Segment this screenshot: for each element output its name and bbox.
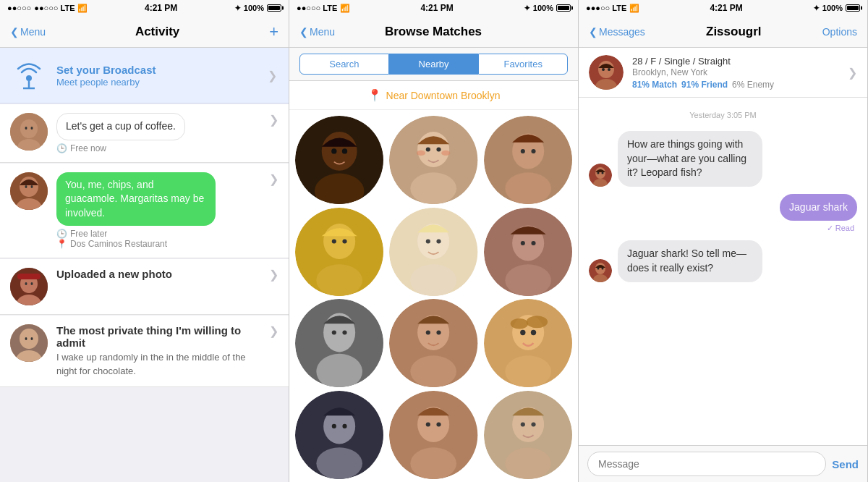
svg-point-72 bbox=[520, 330, 525, 335]
svg-point-23 bbox=[31, 337, 33, 340]
battery-label: 100% bbox=[244, 4, 264, 12]
nav-bar-3: ❮ Messages Zissougrl Options bbox=[579, 16, 867, 48]
svg-point-65 bbox=[437, 330, 441, 334]
broadcast-title: Set your Broadcast bbox=[56, 64, 258, 76]
private-title: The most private thing I'm willing to ad… bbox=[56, 324, 260, 349]
message-bubble-received-1: How are things going with your—what are … bbox=[618, 131, 762, 187]
match-5[interactable] bbox=[389, 208, 477, 296]
svg-point-48 bbox=[411, 264, 457, 296]
svg-point-20 bbox=[20, 329, 38, 349]
nav-bar-1: ❮ Menu Activity + bbox=[0, 16, 289, 48]
panel-messages: ●●●○○ LTE 📶 4:21 PM ✦ 100% ❮ Messages Zi… bbox=[579, 0, 868, 482]
activity-content-photo: Uploaded a new photo bbox=[56, 268, 260, 280]
svg-point-0 bbox=[26, 75, 32, 81]
svg-point-55 bbox=[531, 240, 535, 245]
messages-list: Yesterday 3:05 PM How are things going w… bbox=[579, 98, 867, 445]
broadcast-banner[interactable]: Set your Broadcast Meet people nearby ❯ bbox=[0, 48, 289, 103]
match-4[interactable] bbox=[295, 208, 383, 296]
svg-point-59 bbox=[332, 330, 336, 334]
broadcast-text: Set your Broadcast Meet people nearby bbox=[56, 64, 258, 88]
stat-friend: 91% Friend bbox=[681, 80, 728, 90]
svg-point-11 bbox=[25, 185, 27, 188]
stat-match: 81% Match bbox=[632, 80, 677, 90]
nav-bar-2: ❮ Menu Browse Matches bbox=[289, 16, 578, 48]
svg-point-45 bbox=[342, 239, 346, 243]
svg-point-44 bbox=[332, 239, 336, 243]
svg-point-88 bbox=[531, 422, 535, 426]
clock-1: 4:21 PM bbox=[145, 3, 177, 13]
matches-grid bbox=[289, 110, 578, 482]
match-10[interactable] bbox=[295, 391, 383, 479]
activity-item-coffee[interactable]: Let's get a cup of coffee. 🕒 Free now ❯ bbox=[0, 104, 289, 163]
profile-main: 28 / F / Single / Straight bbox=[632, 56, 839, 67]
page-title-3: Zissougrl bbox=[706, 25, 762, 39]
status-right-2: ✦ 100% bbox=[524, 4, 571, 13]
activity-content-chips: You, me, chips, and guacamole. Margarita… bbox=[56, 172, 260, 250]
svg-point-43 bbox=[316, 264, 362, 296]
activity-item-private[interactable]: The most private thing I'm willing to ad… bbox=[0, 316, 289, 386]
wifi-icon-3: 📶 bbox=[629, 4, 639, 13]
svg-point-95 bbox=[595, 167, 605, 179]
svg-point-33 bbox=[437, 147, 441, 151]
bubble-coffee: Let's get a cup of coffee. bbox=[56, 113, 185, 140]
match-9[interactable] bbox=[484, 299, 572, 387]
svg-point-18 bbox=[31, 282, 33, 285]
svg-point-17 bbox=[25, 282, 27, 285]
panel-browse: ●●○○○ LTE 📶 4:21 PM ✦ 100% ❮ Menu Browse… bbox=[289, 0, 579, 482]
profile-header[interactable]: 28 / F / Single / Straight Brooklyn, New… bbox=[579, 48, 867, 98]
meta-chips-2: 📍 Dos Caminos Restaurant bbox=[56, 239, 260, 249]
stat-enemy: 6% Enemy bbox=[732, 80, 774, 90]
svg-point-86 bbox=[505, 447, 551, 479]
lte-label: ●●○○○ LTE bbox=[34, 4, 75, 12]
match-3[interactable] bbox=[484, 116, 572, 204]
svg-point-38 bbox=[505, 172, 551, 204]
svg-point-34 bbox=[417, 151, 425, 156]
svg-point-97 bbox=[597, 172, 600, 174]
back-button-2[interactable]: ❮ Menu bbox=[299, 26, 335, 38]
message-row-received-1: How are things going with your—what are … bbox=[589, 131, 857, 187]
options-button[interactable]: Options bbox=[822, 26, 857, 38]
meta-chips-1: 🕒 Free later bbox=[56, 229, 260, 239]
back-button-1[interactable]: ❮ Menu bbox=[10, 26, 46, 38]
clock-3: 4:21 PM bbox=[710, 3, 742, 13]
tab-bar: Search Nearby Favorites bbox=[289, 48, 578, 81]
svg-point-49 bbox=[426, 239, 430, 243]
avatar-woman2 bbox=[10, 268, 48, 305]
add-button[interactable]: + bbox=[269, 22, 278, 41]
tab-favorites[interactable]: Favorites bbox=[478, 54, 568, 75]
profile-stats: 81% Match 91% Friend 6% Enemy bbox=[632, 80, 839, 90]
match-7[interactable] bbox=[295, 299, 383, 387]
svg-point-25 bbox=[322, 132, 357, 171]
signal-icon: ●●○○○ bbox=[7, 4, 31, 12]
message-bubble-received-2: Jaguar shark! So tell me—does it really … bbox=[618, 240, 762, 282]
svg-point-4 bbox=[20, 119, 38, 138]
activity-item-chips[interactable]: You, me, chips, and guacamole. Margarita… bbox=[0, 164, 289, 259]
avatar-woman3 bbox=[10, 324, 48, 362]
svg-point-60 bbox=[342, 330, 346, 334]
location-text: Near Downtown Brooklyn bbox=[386, 90, 501, 101]
profile-location: Brooklyn, New York bbox=[632, 67, 839, 77]
private-body: I wake up randomly in the in the middle … bbox=[56, 351, 260, 377]
match-6[interactable] bbox=[484, 208, 572, 296]
match-12[interactable] bbox=[484, 391, 572, 479]
match-2[interactable] bbox=[389, 116, 477, 204]
activity-content-private: The most private thing I'm willing to ad… bbox=[56, 324, 260, 377]
back-button-3[interactable]: ❮ Messages bbox=[589, 26, 645, 38]
status-right-3: ✦ 100% bbox=[813, 4, 860, 13]
send-button[interactable]: Send bbox=[832, 458, 859, 470]
photo-title: Uploaded a new photo bbox=[56, 268, 260, 280]
activity-item-photo[interactable]: Uploaded a new photo ❯ bbox=[0, 259, 289, 315]
tab-search[interactable]: Search bbox=[299, 54, 389, 75]
match-11[interactable] bbox=[389, 391, 477, 479]
message-input[interactable] bbox=[587, 452, 826, 476]
match-1[interactable] bbox=[295, 116, 383, 204]
chevron-icon-broadcast: ❯ bbox=[268, 69, 277, 83]
wifi-icon: 📶 bbox=[77, 4, 88, 13]
svg-point-69 bbox=[510, 318, 527, 329]
match-8[interactable] bbox=[389, 299, 477, 387]
status-left-3: ●●●○○ LTE 📶 bbox=[586, 4, 639, 13]
svg-point-70 bbox=[526, 316, 547, 328]
svg-point-64 bbox=[426, 330, 430, 334]
svg-point-73 bbox=[530, 330, 535, 335]
tab-nearby[interactable]: Nearby bbox=[389, 54, 479, 75]
